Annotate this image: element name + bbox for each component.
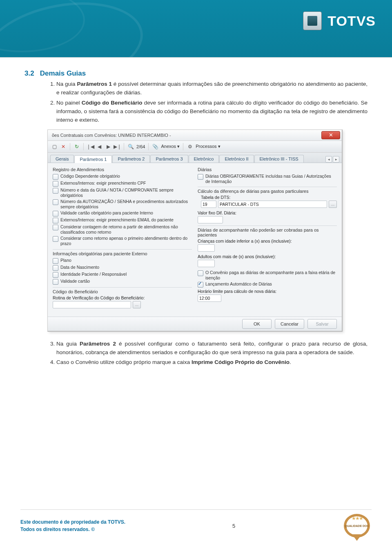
section-title: Demais Guias — [40, 69, 86, 77]
first-icon[interactable]: ❘◀ — [87, 143, 94, 150]
cancel-button[interactable]: Cancelar — [275, 319, 304, 329]
separator — [70, 143, 70, 150]
footer-divider — [20, 509, 372, 510]
lookup-button[interactable]: … — [329, 201, 337, 208]
checkbox-icon[interactable] — [198, 174, 203, 180]
brand-logo: TOTVS — [303, 11, 376, 30]
tab-eletronico-2[interactable]: Eletrônico II — [219, 155, 254, 163]
checkbox-row[interactable]: Código Dependente obrigatório — [53, 173, 192, 180]
record-counter: 2/64 — [136, 144, 145, 149]
criancas-input[interactable] — [198, 244, 215, 252]
toolbar: ▢ ✕ ↻ ❘◀ ◀ ▶ ▶❘ 🔍 2/64 📎 Anexos ▾ ⚙ Proc… — [48, 141, 342, 153]
divider — [53, 249, 192, 250]
separator — [83, 143, 84, 150]
lookup-button[interactable]: … — [133, 301, 141, 308]
checkbox-row[interactable]: Plano — [53, 257, 192, 264]
tabela-dts-code[interactable]: 19 — [201, 201, 216, 208]
separator — [183, 143, 183, 150]
adultos-input[interactable] — [198, 260, 215, 267]
ok-button[interactable]: OK — [242, 319, 272, 329]
app-window: ões Contratuais com Convênios: UNIMED IN… — [47, 129, 343, 332]
checkbox-icon[interactable] — [53, 211, 58, 216]
horario-input[interactable]: 12:00 — [198, 295, 221, 302]
new-icon[interactable]: ▢ — [51, 143, 58, 150]
group-beneficiario: Código do Beneficiário — [53, 289, 192, 294]
delete-icon[interactable]: ✕ — [60, 143, 67, 150]
checkbox-icon[interactable] — [53, 181, 58, 187]
acomp-label: Diárias de acompanhante não poderão ser … — [198, 228, 337, 237]
checkbox-row[interactable]: Validade cartão — [53, 278, 192, 285]
ordered-list-bottom: Na guia Parâmetros 2 é possível configur… — [24, 340, 368, 367]
list-item: Na guia Parâmetros 1 é possível determin… — [56, 80, 368, 97]
separator — [148, 143, 149, 150]
checkbox-row[interactable]: Externos/Internos: exigir preenchimento … — [53, 217, 192, 224]
save-button[interactable]: Salvar — [307, 319, 337, 329]
checkbox-icon[interactable] — [198, 282, 203, 288]
checkbox-row[interactable]: Considerar como retorno apenas o primeir… — [53, 235, 192, 247]
processos-menu[interactable]: Processos ▾ — [196, 144, 220, 149]
tab-gerais[interactable]: Gerais — [50, 155, 74, 163]
left-column: Registro de Atendimentos Código Dependen… — [53, 166, 192, 313]
checkbox-icon[interactable] — [53, 174, 58, 180]
right-column: Diárias Diárias OBRIGATORIAMENTE incluíd… — [198, 166, 337, 313]
checkbox-icon[interactable] — [53, 199, 58, 205]
checkbox-row[interactable]: Externos/Internos: exigir preenchimento … — [53, 180, 192, 187]
checkbox-icon[interactable] — [53, 225, 58, 230]
checkbox-row[interactable]: Número e data da GUIA / NOTA / COMPROVAN… — [53, 187, 192, 199]
process-icon: ⚙ — [187, 143, 193, 150]
tab-parametros-3[interactable]: Parâmetros 3 — [150, 155, 188, 163]
header-band: TOTVS — [0, 0, 392, 58]
valor-fixo-input[interactable] — [198, 216, 223, 223]
checkbox-icon[interactable] — [53, 218, 58, 223]
divider — [198, 187, 337, 187]
checkbox-row[interactable]: Número da AUTORIZAÇÃO / SENHA e procedim… — [53, 199, 192, 210]
window-title: ões Contratuais com Convênios: UNIMED IN… — [52, 133, 171, 138]
tab-scroll-left[interactable]: ◂ — [325, 156, 332, 163]
list-item: Caso o Convênio utilize código próprio m… — [56, 358, 368, 367]
doc-footer: Este documento é de propriedade da TOTVS… — [20, 512, 372, 539]
checkbox-row[interactable]: O Convênio paga as diárias de acompanhan… — [198, 270, 337, 281]
tabs-bar: Gerais Parâmetros 1 Parâmetros 2 Parâmet… — [48, 153, 342, 163]
search-icon[interactable]: 🔍 — [127, 143, 134, 150]
checkbox-row[interactable]: Diárias OBRIGATORIAMENTE incluídas nas G… — [198, 173, 337, 185]
checkbox-row[interactable]: Lançamento Automático de Diárias — [198, 281, 337, 288]
tab-eletronico[interactable]: Eletrônico — [189, 155, 219, 163]
calc-label: Cálculo da diferença de diárias para gas… — [198, 189, 337, 194]
prev-icon[interactable]: ◀ — [96, 143, 102, 150]
group-registro: Registro de Atendimentos — [53, 167, 192, 172]
refresh-icon[interactable]: ↻ — [74, 143, 80, 150]
checkbox-icon[interactable] — [53, 279, 58, 285]
group-diarias: Diárias — [198, 167, 337, 172]
checkbox-row[interactable]: Validade cartão obrigatório para pacient… — [53, 210, 192, 217]
tab-scroll-right[interactable]: ▸ — [333, 156, 339, 163]
group-info-ext: Informações obrigatórias para paciente E… — [53, 251, 192, 256]
separator — [124, 143, 124, 150]
tabela-dts-desc[interactable]: PARTICULAR - DTS — [218, 201, 327, 208]
benef-label: Rotina de Verificação do Código do Benef… — [53, 295, 192, 300]
quality-stamp-icon: ★★★ QUALIDADE DOC — [342, 512, 372, 539]
adultos-label: Adultos com mais de (x) anos (inclusive)… — [198, 254, 276, 259]
checkbox-icon[interactable] — [53, 258, 58, 264]
checkbox-icon[interactable] — [53, 188, 58, 194]
close-button[interactable]: ✕ — [321, 131, 340, 139]
horario-label: Horário limite para cálculo de nova diár… — [198, 289, 276, 294]
divider — [53, 287, 192, 288]
section-number: 3.2 — [24, 69, 34, 77]
last-icon[interactable]: ▶❘ — [114, 143, 120, 150]
checkbox-icon[interactable] — [53, 272, 58, 278]
rotina-verificacao-input[interactable] — [53, 301, 131, 308]
tab-eletronico-3-tiss[interactable]: Eletrônico III - TISS — [254, 155, 304, 163]
checkbox-row[interactable]: Considerar contagem de retorno a partir … — [53, 224, 192, 235]
checkbox-icon[interactable] — [198, 270, 203, 276]
tabela-dts-label: Tabela de DTS: — [201, 195, 230, 200]
attach-icon: 📎 — [152, 143, 158, 150]
checkbox-row[interactable]: Data de Nascimento — [53, 264, 192, 271]
tab-parametros-1[interactable]: Parâmetros 1 — [74, 155, 112, 163]
next-icon[interactable]: ▶ — [105, 143, 111, 150]
checkbox-icon[interactable] — [53, 265, 58, 271]
checkbox-row[interactable]: Identidade Paciente / Responsável — [53, 271, 192, 278]
checkbox-icon[interactable] — [53, 236, 58, 242]
tab-parametros-2[interactable]: Parâmetros 2 — [112, 155, 150, 163]
ownership-notice: Este documento é de propriedade da TOTVS… — [20, 518, 125, 533]
anexos-menu[interactable]: Anexos ▾ — [161, 144, 180, 149]
